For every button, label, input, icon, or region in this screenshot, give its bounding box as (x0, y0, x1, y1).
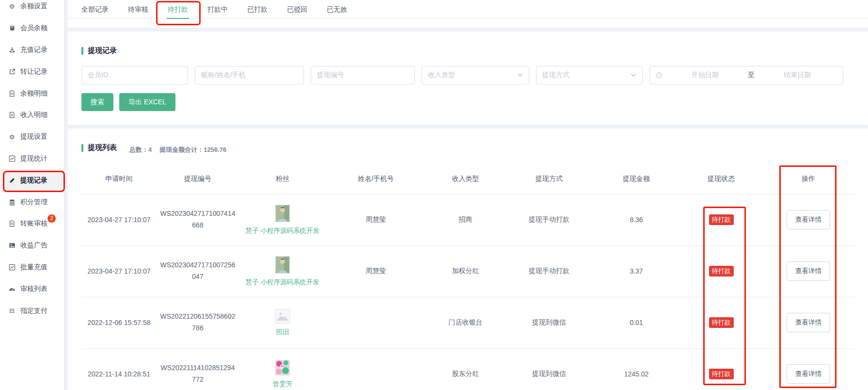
green-bar-icon (81, 47, 83, 55)
sidebar-item-review-list[interactable]: 审核列表 (0, 278, 64, 300)
cell-amount: 8.36 (593, 194, 680, 245)
sidebar-item-balance-detail[interactable]: 余额明细 (0, 82, 64, 104)
tab-bar: 全部记录 待审核 待打款 打款中 已打款 已驳回 已无效 (68, 0, 868, 28)
search-button[interactable]: 搜索 (81, 93, 113, 111)
view-detail-button[interactable]: 查看详情 (787, 261, 830, 281)
notification-badge: 2 (47, 214, 56, 223)
col-withdraw-no: 提现编号 (157, 164, 239, 195)
search-actions: 搜索 导出 EXCEL (81, 93, 854, 111)
cell-actions: 查看详情 (762, 245, 854, 297)
chevron-down-icon (517, 73, 523, 77)
cell-apply-time: 2023-04-27 17:10:07 (81, 194, 157, 245)
sidebar-item-label: 转让记录 (20, 67, 47, 76)
member-id-placeholder: 会员ID (88, 71, 108, 80)
cell-withdraw-no: WS20221114102851294772 (157, 348, 239, 390)
search-fields: 会员ID 昵称/姓名/手机 提现编号 收入类型 提现方式 (81, 66, 854, 84)
list-panel-title-text: 提现列表 (88, 143, 117, 152)
sidebar-item-batch-recharge[interactable]: 批量充值 (0, 257, 64, 278)
fan-name-link[interactable]: 慧子 小程序源码系统开发 (246, 278, 319, 287)
book-icon (8, 25, 16, 32)
withdraw-list-panel: 提现列表 总数：4 提现金额合计：1256.76 申请时间 提现编号 粉丝 (68, 129, 868, 390)
sidebar-item-withdraw-records[interactable]: 提现记录 (0, 169, 64, 191)
avatar (275, 205, 290, 222)
sidebar-item-balance-settings[interactable]: ⚙ 余额设置 (0, 0, 64, 17)
tab-rejected[interactable]: 已驳回 (287, 0, 307, 18)
cell-withdraw-method: 提现到微信 (505, 297, 593, 348)
sidebar-item-withdraw-settings[interactable]: ⚙ 提现设置 (0, 126, 64, 148)
sidebar-item-recharge-records[interactable]: 充值记录 (0, 39, 64, 61)
sidebar-item-label: 收益广告 (20, 241, 47, 250)
search-panel-title-text: 提现记录 (88, 46, 117, 55)
sidebar-menu: ⚙ 余额设置 会员余额 充值记录 转让记录 (0, 0, 64, 322)
tab-pending-review[interactable]: 待审核 (128, 0, 148, 18)
status-badge: 待打款 (709, 266, 734, 276)
fan-name-link[interactable]: 慧子 小程序源码系统开发 (246, 227, 319, 235)
sidebar-item-transfer-review[interactable]: 转账审核 2 (0, 213, 64, 235)
list-stats: 总数：4 提现金额合计：1256.76 (129, 146, 226, 154)
date-range-picker[interactable]: 开始日期 至 结束日期 (649, 66, 843, 84)
cell-actions: 查看详情 (762, 194, 854, 245)
status-badge: 待打款 (709, 369, 734, 379)
sidebar-item-member-balance[interactable]: 会员余额 (0, 17, 64, 39)
export-excel-button[interactable]: 导出 EXCEL (119, 93, 175, 111)
download-icon (8, 47, 16, 53)
withdraw-no-input[interactable]: 提现编号 (311, 66, 415, 84)
sidebar-item-label: 审核列表 (20, 285, 47, 293)
file-icon (8, 90, 16, 97)
sidebar-item-revenue-ads[interactable]: 收益广告 (0, 235, 64, 257)
view-detail-button[interactable]: 查看详情 (787, 313, 830, 332)
search-panel-title: 提现记录 (81, 46, 854, 55)
col-withdraw-method: 提现方式 (505, 164, 593, 195)
cell-status: 待打款 (680, 348, 762, 390)
sidebar-item-label: 余额设置 (20, 2, 47, 11)
sidebar-item-label: 提现记录 (20, 176, 47, 185)
view-detail-button[interactable]: 查看详情 (787, 364, 830, 384)
chart-icon (8, 264, 16, 271)
file-icon (8, 112, 16, 118)
income-type-placeholder: 收入类型 (428, 71, 455, 80)
sidebar-item-designated-payment[interactable]: ⊟ 指定支付 (0, 300, 64, 322)
avatar (275, 256, 290, 274)
nickname-input[interactable]: 昵称/姓名/手机 (195, 66, 304, 84)
tab-paid[interactable]: 已打款 (247, 0, 268, 18)
table-row: 2023-04-27 17:10:07 WS202304271710074146… (81, 194, 854, 245)
cell-name-phone: 周慧莹 (326, 194, 426, 245)
sidebar-item-transfer-records[interactable]: 转让记录 (0, 61, 64, 82)
sidebar-item-label: 转账审核 (20, 219, 47, 228)
avatar (275, 360, 290, 375)
col-amount: 提现金额 (593, 164, 680, 195)
cell-apply-time: 2022-12-06 15:57:58 (81, 297, 157, 348)
cell-withdraw-method: 提现到微信 (505, 348, 593, 390)
status-badge: 待打款 (709, 214, 734, 225)
sidebar-item-withdraw-stats[interactable]: 提现统计 (0, 148, 64, 170)
coins-icon (8, 199, 16, 206)
cell-name-phone (326, 348, 426, 390)
cell-status: 待打款 (680, 297, 762, 348)
sidebar-item-points-management[interactable]: 积分管理 (0, 191, 64, 213)
tab-invalid[interactable]: 已无效 (327, 0, 347, 18)
cell-withdraw-no: WS20230427171007414668 (157, 194, 239, 245)
sidebar-item-label: 批量充值 (20, 263, 47, 272)
fan-name-link[interactable]: 照旧 (276, 328, 289, 337)
search-panel: 提现记录 会员ID 昵称/姓名/手机 提现编号 收入类型 (68, 32, 868, 125)
sidebar-item-income-detail[interactable]: 收入明细 (0, 104, 64, 126)
tab-pending-payment[interactable]: 待打款 (168, 0, 188, 18)
member-id-input[interactable]: 会员ID (81, 66, 188, 84)
tab-paying[interactable]: 打款中 (207, 0, 228, 18)
sidebar-item-label: 余额明细 (20, 89, 47, 98)
tab-all-records[interactable]: 全部记录 (81, 0, 109, 18)
minus-square-icon: ⊟ (8, 307, 16, 314)
col-name-phone: 姓名/手机号 (326, 164, 426, 195)
view-detail-button[interactable]: 查看详情 (787, 210, 830, 229)
total-amount: 提现金额合计：1256.76 (159, 146, 226, 154)
main-content: 全部记录 待审核 待打款 打款中 已打款 已驳回 已无效 提现记录 会员ID 昵… (68, 0, 868, 390)
fan-name-link[interactable]: 曾雯芳 (273, 380, 293, 389)
withdraw-method-select[interactable]: 提现方式 (536, 66, 643, 84)
withdraw-table: 申请时间 提现编号 粉丝 姓名/手机号 收入类型 提现方式 提现金额 提现状态 … (81, 164, 854, 390)
sidebar-item-label: 充值记录 (20, 46, 47, 54)
cell-status: 待打款 (680, 245, 762, 297)
cell-withdraw-method: 提现手动打款 (505, 245, 593, 297)
end-date-placeholder: 结束日期 (758, 71, 837, 80)
income-type-select[interactable]: 收入类型 (422, 66, 529, 84)
status-badge: 待打款 (709, 317, 734, 328)
